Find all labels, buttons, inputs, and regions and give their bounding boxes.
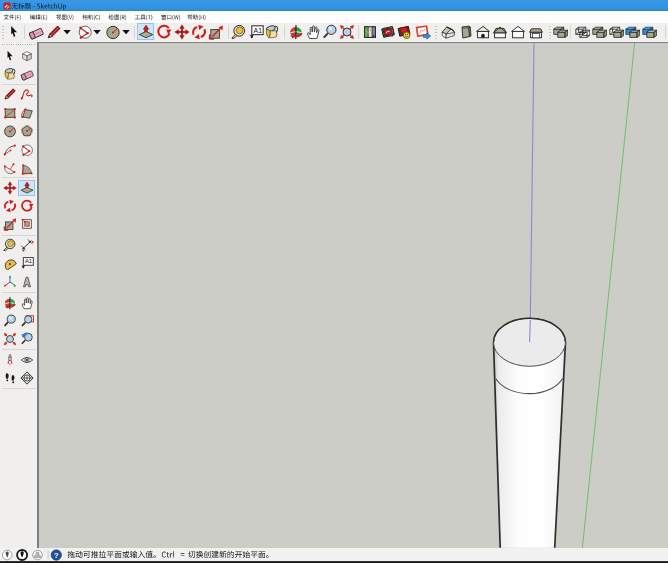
svg-text:?: ? xyxy=(54,551,59,560)
